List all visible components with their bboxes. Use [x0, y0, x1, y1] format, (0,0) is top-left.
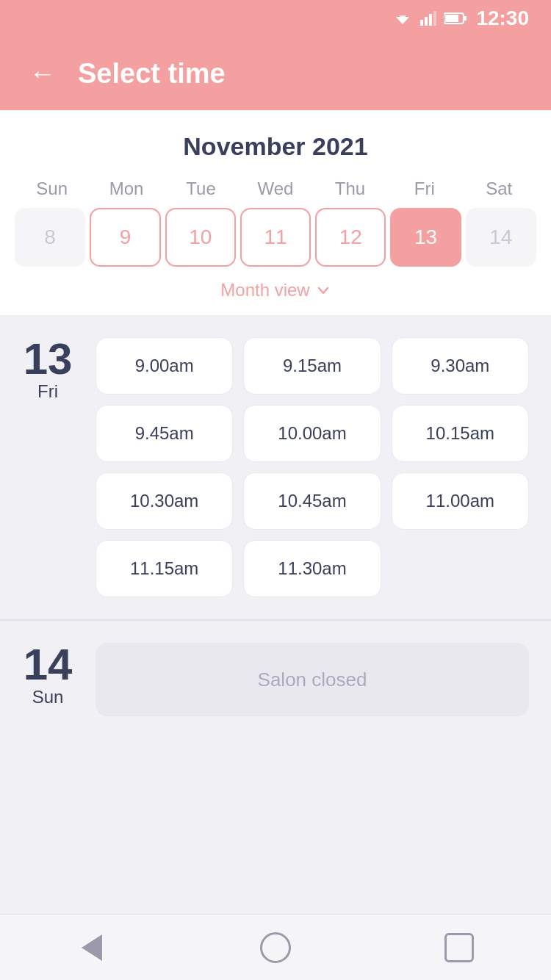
weekday-fri: Fri: [387, 179, 461, 199]
calendar-day-11[interactable]: 11: [240, 208, 311, 267]
svg-rect-7: [445, 15, 458, 22]
calendar-day-8[interactable]: 8: [15, 208, 85, 267]
weekday-sun: Sun: [15, 179, 89, 199]
time-slot-945am[interactable]: 9.45am: [96, 405, 233, 462]
signal-icon: [420, 11, 436, 26]
svg-rect-8: [464, 16, 467, 21]
time-slot-1030am[interactable]: 10.30am: [96, 472, 233, 530]
day-14-name: Sun: [32, 687, 64, 707]
svg-rect-5: [433, 11, 436, 26]
svg-rect-3: [425, 17, 428, 26]
back-button[interactable]: ←: [29, 58, 56, 89]
time-slot-1000am[interactable]: 10.00am: [243, 405, 381, 462]
time-slots-grid-13: 9.00am 9.15am 9.30am 9.45am 10.00am 10.1…: [96, 337, 529, 597]
calendar-day-13[interactable]: 13: [390, 208, 461, 267]
wifi-icon: [392, 11, 413, 26]
time-slot-900am[interactable]: 9.00am: [96, 337, 233, 394]
calendar-day-12[interactable]: 12: [315, 208, 386, 267]
nav-recents-button[interactable]: [437, 926, 481, 970]
app-header: ← Select time: [0, 37, 551, 110]
day-13-number-block: 13 Fri: [22, 337, 73, 402]
page-title: Select time: [78, 58, 226, 90]
month-view-toggle[interactable]: Month view: [15, 280, 536, 300]
calendar-weekdays: Sun Mon Tue Wed Thu Fri Sat: [15, 179, 536, 199]
weekday-wed: Wed: [238, 179, 312, 199]
calendar-day-10[interactable]: 10: [165, 208, 236, 267]
time-slot-1115am[interactable]: 11.15am: [96, 540, 233, 597]
month-view-label: Month view: [220, 280, 309, 300]
status-bar: 12:30: [0, 0, 551, 37]
calendar-day-9[interactable]: 9: [90, 208, 160, 267]
status-time: 12:30: [476, 7, 529, 30]
day-13-header: 13 Fri 9.00am 9.15am 9.30am 9.45am 10.00…: [22, 337, 529, 597]
chevron-down-icon: [316, 283, 331, 298]
battery-icon: [444, 12, 467, 25]
day-14-header: 14 Sun Salon closed: [22, 643, 529, 716]
calendar-month-year: November 2021: [15, 132, 536, 161]
weekday-tue: Tue: [164, 179, 238, 199]
calendar-section: November 2021 Sun Mon Tue Wed Thu Fri Sa…: [0, 110, 551, 315]
svg-rect-4: [429, 14, 432, 26]
day-14-number-block: 14 Sun: [22, 643, 73, 707]
day-13-number: 13: [24, 337, 73, 381]
nav-home-button[interactable]: [253, 926, 298, 970]
day-section-14: 14 Sun Salon closed: [0, 621, 551, 738]
weekday-mon: Mon: [89, 179, 163, 199]
salon-closed-label: Salon closed: [96, 643, 529, 716]
calendar-days-row: 8 9 10 11 12 13 14: [15, 208, 536, 267]
time-slot-1130am[interactable]: 11.30am: [243, 540, 381, 597]
time-slot-930am[interactable]: 9.30am: [392, 337, 529, 394]
nav-back-button[interactable]: [70, 926, 114, 970]
time-slot-915am[interactable]: 9.15am: [243, 337, 381, 394]
day-14-number: 14: [24, 643, 73, 687]
bottom-nav: [0, 914, 551, 980]
time-slot-1015am[interactable]: 10.15am: [392, 405, 529, 462]
calendar-day-14[interactable]: 14: [466, 208, 536, 267]
day-section-13: 13 Fri 9.00am 9.15am 9.30am 9.45am 10.00…: [0, 315, 551, 619]
time-slot-1100am[interactable]: 11.00am: [392, 472, 529, 530]
svg-rect-2: [420, 20, 423, 26]
day-13-name: Fri: [37, 381, 58, 402]
weekday-sat: Sat: [462, 179, 536, 199]
time-slot-1045am[interactable]: 10.45am: [243, 472, 381, 530]
status-icons: [392, 11, 467, 26]
weekday-thu: Thu: [313, 179, 387, 199]
